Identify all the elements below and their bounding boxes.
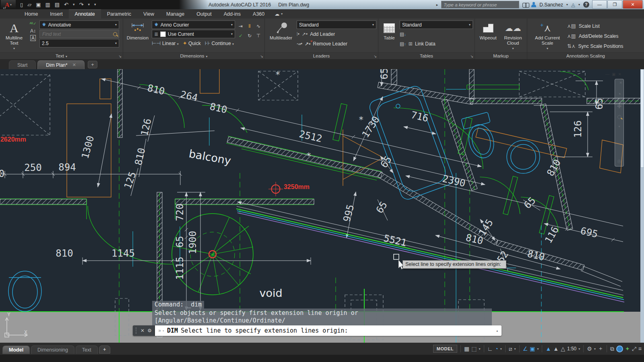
clean-screen-icon[interactable]: ✦	[625, 346, 630, 352]
annotation-scale-icon[interactable]: △	[561, 346, 565, 352]
qat-customize-icon[interactable]: ▾	[94, 0, 96, 9]
new-drawing-tab-button[interactable]: +	[88, 61, 97, 68]
close-command-icon[interactable]: ✕	[140, 328, 144, 333]
dim-break-icon[interactable]: ⇥	[239, 23, 243, 29]
panel-launcher-icon[interactable]: ↘	[260, 53, 263, 60]
reassociate-icon[interactable]: ⊤	[256, 33, 260, 39]
osnap-icon[interactable]: ▣	[530, 346, 535, 352]
undo-icon[interactable]: ↶	[64, 0, 68, 9]
chevron-down-icon[interactable]: ▾	[578, 347, 580, 351]
isolate-objects-icon[interactable]: ⧉	[610, 346, 614, 352]
align-leader-icon[interactable]: ⦙•	[297, 31, 299, 37]
text-align-icon[interactable]: A↕	[30, 28, 36, 34]
autodesk-app-icon[interactable]: ◬	[571, 2, 575, 8]
search-input[interactable]	[441, 1, 519, 8]
user-dropdown-icon[interactable]: ▾	[566, 3, 568, 6]
vertical-scrollbar[interactable]	[640, 69, 644, 343]
zoom-icon[interactable]	[617, 115, 621, 119]
table-style-dropdown[interactable]: Standard ▾	[400, 21, 473, 29]
tab-insert[interactable]: Insert	[44, 9, 68, 19]
panel-footer-markup[interactable]: Markup	[475, 52, 527, 59]
text-style-dropdown[interactable]: ⚜ Annotative ▾	[39, 21, 119, 29]
find-text-field[interactable]	[39, 30, 119, 38]
autoscale-icon[interactable]: ▲	[553, 346, 559, 352]
tab-annotate[interactable]: Annotate	[69, 9, 101, 19]
apps-dropdown-icon[interactable]: ▾	[578, 3, 580, 6]
mleader-style-dropdown[interactable]: Standard ▾	[297, 21, 376, 29]
command-prompt-icon[interactable]: »	[158, 328, 161, 333]
text-height-dropdown[interactable]: 2.5 ▾	[39, 39, 119, 47]
chevron-down-icon[interactable]: ▾	[500, 347, 502, 351]
chevron-down-icon[interactable]: ▾	[479, 347, 480, 351]
tab-manage[interactable]: Manage	[160, 9, 190, 19]
linear-dim-button[interactable]: ⊢⊣ Linear ▾	[152, 40, 179, 46]
tab-output[interactable]: Output	[190, 9, 218, 19]
chevron-down-icon[interactable]: ▾	[594, 347, 596, 351]
pan-icon[interactable]: ✚	[617, 103, 622, 109]
collect-leader-icon[interactable]: ↝•	[297, 41, 302, 47]
panel-launcher-icon[interactable]: ↘	[470, 53, 473, 60]
layout-tab-text[interactable]: Text	[76, 346, 98, 354]
undo-dropdown-icon[interactable]: ▾	[73, 0, 75, 9]
signed-in-user[interactable]: D.Sanchez	[539, 2, 563, 8]
text-style-icon[interactable]: 🄰	[30, 35, 35, 41]
isometric-drafting-icon[interactable]: ⧄	[509, 346, 512, 352]
search-collapse-icon[interactable]: ▸	[436, 3, 438, 7]
customize-command-icon[interactable]: ⚙	[147, 328, 152, 333]
navbar-close-icon[interactable]: ✕	[619, 81, 622, 85]
hardware-acceleration-icon[interactable]	[616, 346, 623, 352]
link-data-label[interactable]: Link Data	[415, 41, 436, 47]
annotation-scale-value[interactable]: 1:50	[567, 346, 576, 352]
chevron-down-icon[interactable]: ▾	[618, 125, 620, 128]
add-delete-scales-button[interactable]: ⋏▥ Add/Delete Scales	[567, 31, 642, 41]
update-icon[interactable]: ↻	[248, 33, 252, 39]
multileader-button[interactable]: Multileader	[266, 20, 295, 52]
expand-history-icon[interactable]: ▴	[496, 329, 498, 333]
new-layout-button[interactable]: +	[99, 346, 110, 354]
command-bar[interactable]: ✕ ⚙ » ▾ DIM Select line to specify exten…	[133, 325, 502, 336]
snap-icon[interactable]: ⬚	[471, 346, 477, 352]
viewport-controls[interactable]: —▣✕	[605, 72, 624, 76]
layout-tab-model[interactable]: Model	[2, 346, 30, 354]
minimize-button[interactable]: —	[592, 0, 607, 9]
tab-view[interactable]: View	[137, 9, 160, 19]
revision-cloud-button[interactable]: ☁☁ Revision Cloud ▾	[501, 20, 525, 52]
panel-footer-leaders[interactable]: Leaders ↘	[265, 52, 378, 59]
navigation-bar[interactable]: ✕ ◔ ✚ ▾ ◎	[615, 79, 624, 167]
inspect-icon[interactable]: ✓	[239, 33, 243, 39]
save-icon[interactable]: ▣	[36, 0, 41, 9]
continue-dim-button[interactable]: ⊦⊦ Continue ▾	[205, 40, 234, 46]
wipeout-button[interactable]: Wipeout	[477, 20, 500, 52]
panel-footer-tables[interactable]: Tables ↘	[378, 52, 475, 59]
open-file-icon[interactable]: ▱	[27, 0, 31, 9]
panel-footer-annotation-scaling[interactable]: Annotation Scaling	[527, 52, 644, 59]
chevron-down-icon[interactable]: ▾	[537, 347, 539, 351]
find-text-input[interactable]	[41, 31, 113, 37]
osnap-tracking-icon[interactable]: ∠	[523, 346, 528, 352]
featured-apps-button[interactable]: ☁ ▾	[270, 9, 287, 19]
command-input[interactable]: » ▾ DIM Select line to specify extension…	[155, 325, 502, 336]
ortho-icon[interactable]: ∟	[487, 346, 493, 352]
close-tab-icon[interactable]: ✕	[72, 62, 76, 68]
quick-dim-button[interactable]: ✦ Quick	[183, 40, 201, 46]
file-tab-start[interactable]: Start	[9, 60, 36, 69]
check-spelling-icon[interactable]: ᴬᴮ✓	[29, 21, 36, 27]
find-text-search-icon[interactable]	[113, 32, 117, 36]
tab-home[interactable]: Home	[19, 9, 44, 19]
plot-icon[interactable]: ▤	[55, 0, 60, 9]
navbar-menu-icon[interactable]: ◎	[617, 158, 621, 164]
steering-wheel-icon[interactable]: ◔	[617, 90, 621, 97]
table-button[interactable]: Table	[380, 20, 398, 52]
upload-to-source-icon[interactable]: ▤↑	[400, 41, 406, 47]
customization-menu-icon[interactable]: ≡	[638, 346, 642, 352]
polar-tracking-icon[interactable]: ◔	[495, 346, 498, 352]
add-leader-icon[interactable]: ↗•	[302, 31, 308, 37]
chevron-down-icon[interactable]: ▾	[162, 329, 164, 333]
model-space-toggle[interactable]: MODEL	[433, 345, 457, 353]
annotation-visibility-icon[interactable]: ▲	[545, 346, 551, 352]
scrollbar-thumb[interactable]	[640, 69, 644, 168]
help-icon[interactable]: ?	[583, 2, 589, 8]
sync-scale-positions-button[interactable]: ⇅⋏ Sync Scale Positions	[567, 41, 642, 51]
link-data-icon[interactable]: ⊞	[409, 41, 413, 47]
download-from-source-icon[interactable]: ▤↓	[400, 31, 406, 37]
